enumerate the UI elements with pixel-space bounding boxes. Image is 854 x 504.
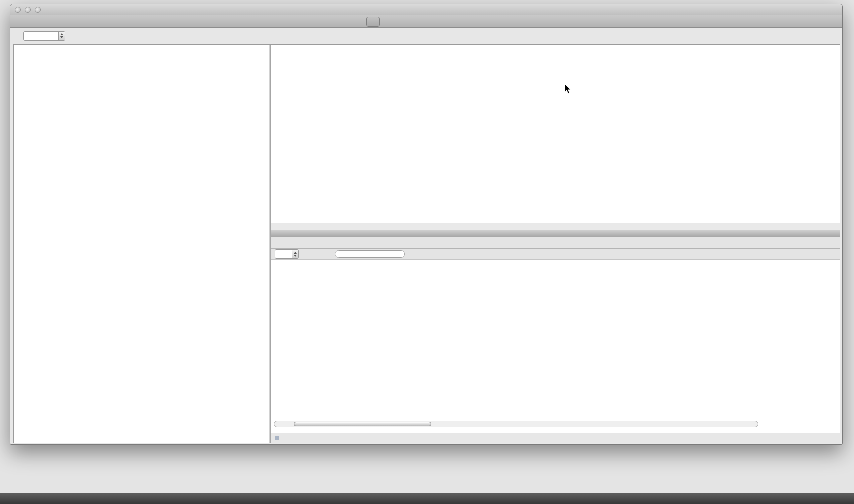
search-icon [324,250,332,259]
select-stepper-icon [292,250,298,258]
editor-horizontal-scrollbar[interactable] [271,230,840,238]
main-toolbar [10,28,842,44]
document-tab[interactable] [366,17,380,27]
select-stepper-icon [58,32,65,40]
results-grid[interactable] [274,260,758,420]
query-panel [271,45,840,443]
results-tab-bar [271,238,840,249]
window-controls [15,7,41,13]
mouse-cursor [564,84,572,95]
results-toolbar [271,249,840,260]
line-number-gutter [271,45,284,223]
statement-type-select[interactable] [24,32,66,41]
status-indicator-icon [275,436,280,440]
editor-status-bar [271,223,840,230]
scrollbar-thumb[interactable] [294,422,432,426]
document-tab-bar [10,16,842,28]
zoom-window-button[interactable] [35,7,41,13]
sql-editor-text[interactable] [284,45,840,223]
desktop [0,0,854,504]
status-bar [271,433,840,443]
dock-strip [0,493,854,504]
max-rows-select[interactable] [275,250,299,259]
sql-editor[interactable] [271,45,840,223]
close-window-button[interactable] [15,7,21,13]
minimize-window-button[interactable] [25,7,31,13]
main-area [14,44,840,444]
title-bar[interactable] [10,4,842,16]
results-search-input[interactable] [335,250,405,258]
razorsql-window [10,4,843,445]
database-browser-tree[interactable] [14,45,269,443]
results-horizontal-scrollbar[interactable] [274,421,758,428]
